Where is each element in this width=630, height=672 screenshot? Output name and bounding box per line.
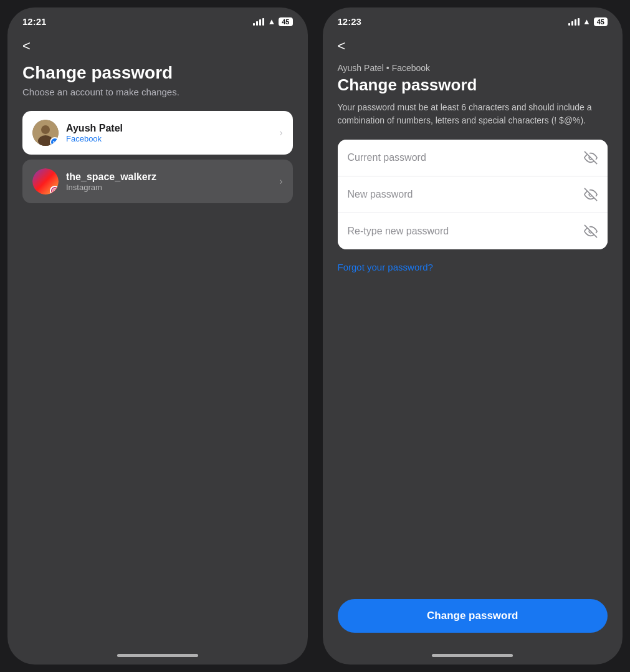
right-screen-content: < Ayush Patel • Facebook Change password…	[323, 32, 623, 648]
current-password-placeholder: Current password	[348, 152, 585, 163]
chevron-instagram: ›	[279, 176, 282, 187]
home-indicator-right	[432, 654, 513, 657]
status-time-right: 12:23	[338, 16, 361, 27]
battery-left: 45	[279, 17, 292, 26]
password-description: Your password must be at least 6 charact…	[338, 101, 608, 127]
forgot-password-link[interactable]: Forgot your password?	[338, 262, 608, 272]
wifi-icon-left: ▲	[267, 17, 275, 26]
retype-password-field[interactable]: Re-type new password	[338, 213, 608, 249]
page-title-right: Change password	[338, 75, 608, 95]
wifi-icon-right: ▲	[583, 17, 591, 26]
svg-text:f: f	[53, 140, 55, 145]
left-phone-screen: 12:21 ▲ 45 < Change password Choose an a…	[7, 7, 308, 665]
instagram-icon-small	[52, 188, 57, 193]
left-screen-content: < Change password Choose an account to m…	[7, 32, 308, 648]
account-item-instagram[interactable]: the_space_walkerz Instagram ›	[22, 160, 293, 203]
back-button-right[interactable]: <	[338, 38, 356, 54]
status-icons-right: ▲ 45	[568, 17, 608, 26]
status-bar-right: 12:23 ▲ 45	[323, 7, 623, 32]
account-info-facebook: Ayush Patel Facebook	[66, 123, 272, 143]
account-list: f Ayush Patel Facebook ›	[22, 111, 293, 203]
signal-bars-right	[568, 18, 580, 26]
new-password-field[interactable]: New password	[338, 176, 608, 213]
signal-bar-3	[259, 19, 261, 26]
status-icons-left: ▲ 45	[253, 17, 292, 26]
signal-bar-r1	[568, 23, 570, 26]
avatar-instagram	[32, 168, 59, 194]
eye-icon-new[interactable]	[584, 188, 598, 201]
eye-icon-current[interactable]	[584, 151, 598, 165]
facebook-badge: f	[50, 137, 59, 146]
status-bar-left: 12:21 ▲ 45	[7, 7, 308, 32]
account-platform-facebook: Facebook	[66, 134, 272, 143]
svg-point-5	[54, 190, 55, 191]
password-form: Current password New password Re-type ne…	[338, 140, 608, 249]
chevron-facebook: ›	[279, 127, 282, 138]
account-info-instagram: the_space_walkerz Instagram	[66, 171, 272, 192]
home-indicator-left	[117, 654, 198, 657]
facebook-icon-small: f	[52, 140, 57, 145]
account-context: Ayush Patel • Facebook	[338, 63, 608, 73]
eye-icon-retype[interactable]	[584, 224, 598, 238]
signal-bars-left	[253, 18, 264, 26]
back-button-left[interactable]: <	[22, 38, 41, 54]
signal-bar-r3	[575, 19, 576, 26]
page-subtitle-left: Choose an account to make changes.	[22, 87, 293, 97]
signal-bar-1	[253, 23, 255, 26]
account-platform-instagram: Instagram	[66, 183, 272, 192]
signal-bar-4	[262, 18, 264, 26]
signal-bar-r4	[578, 18, 580, 26]
account-name-facebook: Ayush Patel	[66, 123, 272, 134]
instagram-badge	[50, 186, 59, 194]
current-password-field[interactable]: Current password	[338, 140, 608, 176]
signal-bar-r2	[571, 21, 573, 26]
svg-rect-4	[53, 189, 57, 193]
retype-password-placeholder: Re-type new password	[348, 226, 585, 237]
page-title-left: Change password	[22, 63, 293, 83]
right-phone-screen: 12:23 ▲ 45 < Ayush Patel • Facebook Chan…	[323, 7, 623, 665]
avatar-facebook: f	[32, 120, 59, 146]
new-password-placeholder: New password	[348, 189, 585, 200]
status-time-left: 12:21	[22, 16, 46, 27]
svg-point-1	[41, 125, 50, 134]
signal-bar-2	[256, 21, 258, 26]
change-password-btn-container: Change password	[338, 599, 608, 635]
account-name-instagram: the_space_walkerz	[66, 171, 272, 183]
change-password-button[interactable]: Change password	[338, 599, 608, 633]
account-item-facebook[interactable]: f Ayush Patel Facebook ›	[22, 111, 293, 155]
battery-right: 45	[594, 17, 608, 26]
